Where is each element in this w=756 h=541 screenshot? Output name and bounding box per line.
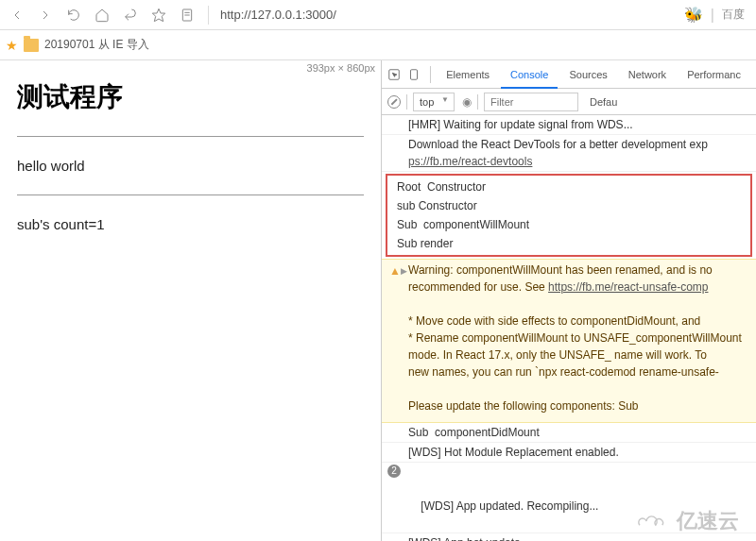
notes-button[interactable] bbox=[174, 2, 200, 28]
log-line: [HMR] Waiting for update signal from WDS… bbox=[382, 115, 756, 135]
log-line: Sub componentDidMount bbox=[382, 423, 756, 443]
page-title: 测试程序 bbox=[17, 79, 364, 115]
context-select[interactable]: top bbox=[413, 93, 455, 111]
url-input[interactable] bbox=[216, 4, 682, 25]
forward-button[interactable] bbox=[32, 2, 59, 28]
viewport-dimensions: 393px × 860px bbox=[307, 62, 375, 74]
sub-count-text: sub's count=1 bbox=[17, 203, 364, 245]
highlighted-logs: Root Constructor sub Constructor Sub com… bbox=[386, 174, 752, 257]
svg-rect-5 bbox=[411, 69, 418, 79]
inspect-icon[interactable] bbox=[387, 65, 402, 84]
log-line: [WDS] Hot Module Replacement enabled. bbox=[382, 443, 756, 463]
warning-block: ▲ ▶ Warning: componentWillMount has been… bbox=[382, 259, 756, 423]
tab-network[interactable]: Network bbox=[619, 60, 676, 89]
svg-marker-0 bbox=[152, 8, 164, 21]
reload-button[interactable] bbox=[60, 2, 87, 28]
console-toolbar: top ◉ Defau bbox=[382, 89, 756, 115]
log-line: Download the React DevTools for a better… bbox=[382, 135, 756, 172]
undo-button[interactable] bbox=[117, 2, 144, 28]
tab-elements[interactable]: Elements bbox=[437, 60, 499, 89]
tab-performance[interactable]: Performanc bbox=[678, 60, 750, 89]
browser-toolbar: 🐝 | 百度 bbox=[0, 0, 756, 30]
expand-caret-icon[interactable]: ▶ bbox=[401, 262, 407, 279]
filter-input[interactable] bbox=[484, 93, 578, 111]
bookmark-bar: ★ 20190701 从 IE 导入 bbox=[0, 30, 756, 60]
live-expression-icon[interactable]: ◉ bbox=[462, 95, 472, 109]
tab-sources[interactable]: Sources bbox=[559, 60, 616, 89]
console-output: [HMR] Waiting for update signal from WDS… bbox=[382, 115, 756, 541]
star-icon[interactable]: ★ bbox=[6, 38, 18, 53]
folder-icon[interactable] bbox=[24, 39, 39, 52]
home-button[interactable] bbox=[89, 2, 115, 28]
favorite-button[interactable] bbox=[146, 2, 172, 28]
device-icon[interactable] bbox=[407, 65, 421, 84]
watermark: 亿速云 bbox=[633, 507, 739, 535]
bee-icon[interactable]: 🐝 bbox=[684, 6, 703, 24]
devtools-tabs: Elements Console Sources Network Perform… bbox=[382, 60, 756, 89]
tab-console[interactable]: Console bbox=[501, 60, 558, 89]
bookmark-label[interactable]: 20190701 从 IE 导入 bbox=[44, 37, 149, 53]
count-badge: 2 bbox=[387, 465, 401, 478]
search-engine-label[interactable]: 百度 bbox=[722, 7, 745, 23]
clear-console-icon[interactable] bbox=[387, 95, 401, 109]
hello-text: hello world bbox=[17, 144, 364, 187]
page-viewport: 393px × 860px 测试程序 hello world sub's cou… bbox=[0, 60, 382, 541]
devtools-panel: Elements Console Sources Network Perform… bbox=[382, 60, 756, 541]
warning-icon: ▲ bbox=[389, 262, 401, 279]
levels-label[interactable]: Defau bbox=[590, 96, 617, 108]
back-button[interactable] bbox=[4, 2, 30, 28]
